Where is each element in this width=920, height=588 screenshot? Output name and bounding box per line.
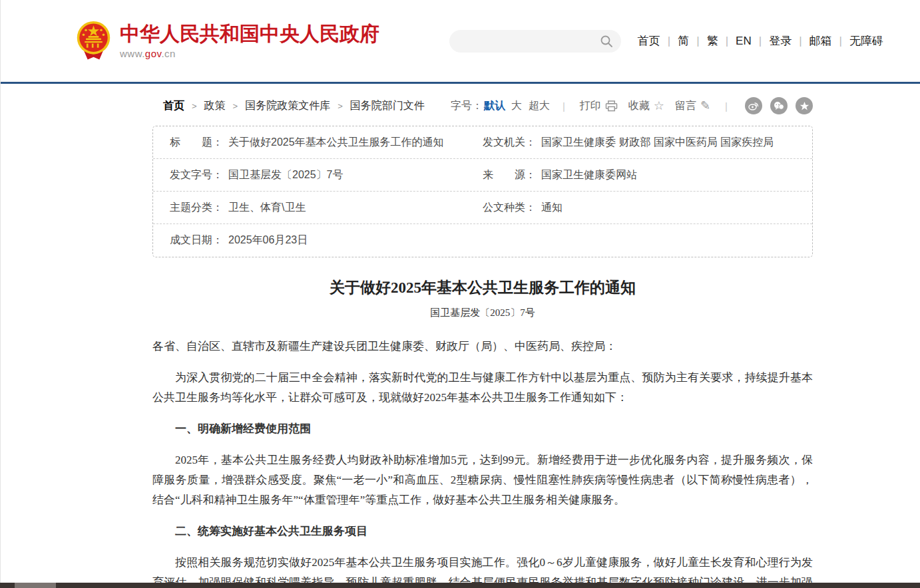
meta-label: 发文机关：: [483, 136, 536, 150]
search-box[interactable]: [449, 30, 621, 53]
pencil-icon: ✎: [700, 100, 710, 112]
article: 关于做好2025年基本公共卫生服务工作的通知 国卫基层发〔2025〕7号 各省、…: [152, 277, 813, 588]
meta-cell-right: 来 源：国家卫生健康委网站: [483, 168, 812, 182]
wechat-icon: [774, 101, 784, 110]
main-content: 首页>政策>国务院政策文件库>国务院部门文件 字号： 默认 大 超大 | 打印 …: [152, 96, 813, 588]
meta-value: 国家卫生健康委 财政部 国家中医药局 国家疾控局: [541, 136, 774, 150]
scrollbar-thumb[interactable]: [15, 583, 56, 588]
meta-row: 发文字号：国卫基层发〔2025〕7号来 源：国家卫生健康委网站: [153, 159, 812, 192]
meta-row: 主题分类：卫生、体育\卫生公文种类：通知: [153, 192, 812, 224]
favorite-label: 收藏: [628, 99, 650, 113]
meta-value: 关于做好2025年基本公共卫生服务工作的通知: [228, 136, 444, 150]
meta-value: 2025年06月23日: [228, 233, 308, 247]
article-paragraph: 为深入贯彻党的二十届三中全会精神，落实新时代党的卫生与健康工作方针中以基层为重点…: [152, 368, 813, 408]
breadcrumb-item-3[interactable]: 国务院部门文件: [350, 99, 425, 113]
site-url-cn: .cn: [161, 48, 176, 59]
breadcrumb-item-0[interactable]: 首页: [163, 99, 184, 113]
section-heading: 一、明确新增经费使用范围: [152, 419, 813, 439]
star-share-icon: [800, 101, 809, 111]
meta-value: 卫生、体育\卫生: [228, 201, 306, 215]
doc-number: 国卫基层发〔2025〕7号: [152, 307, 813, 319]
print-label: 打印: [580, 99, 601, 113]
breadcrumb-item-2[interactable]: 国务院政策文件库: [245, 99, 330, 113]
nav-item-2[interactable]: 繁: [700, 33, 726, 49]
site-logo[interactable]: 中华人民共和国中央人民政府 www.gov.cn: [76, 21, 379, 62]
breadcrumb-item-1[interactable]: 政策: [204, 99, 226, 113]
toolbar-divider: |: [563, 100, 565, 112]
nav-item-1[interactable]: 简: [670, 33, 696, 49]
meta-value: 国卫基层发〔2025〕7号: [228, 168, 344, 182]
meta-cell-right: 公文种类：通知: [483, 201, 812, 215]
section-heading: 二、统筹实施好基本公共卫生服务项目: [152, 521, 813, 541]
font-size-large-button[interactable]: 大: [511, 99, 522, 113]
meta-label: 主题分类：: [170, 201, 223, 215]
font-size-default-button[interactable]: 默认: [484, 99, 505, 113]
national-emblem-icon: [76, 21, 111, 62]
breadcrumb: 首页>政策>国务院政策文件库>国务院部门文件: [152, 99, 425, 113]
nav-item-0[interactable]: 首页: [630, 33, 668, 49]
breadcrumb-separator: >: [330, 101, 350, 111]
breadcrumb-separator: >: [226, 101, 246, 111]
share-more-button[interactable]: [796, 97, 813, 114]
site-header: 中华人民共和国中央人民政府 www.gov.cn 首页|简|繁|EN|登录|邮箱…: [1, 0, 920, 84]
meta-label: 标 题：: [170, 136, 223, 150]
article-title: 关于做好2025年基本公共卫生服务工作的通知: [152, 277, 813, 298]
meta-label: 发文字号：: [170, 168, 223, 182]
article-body: 各省、自治区、直辖市及新疆生产建设兵团卫生健康委、财政厅（局）、中医药局、疾控局…: [152, 337, 813, 588]
comment-label: 留言: [675, 99, 696, 113]
nav-item-6[interactable]: 无障碍: [842, 33, 891, 49]
share-buttons: [745, 97, 813, 114]
meta-cell-left: 主题分类：卫生、体育\卫生: [170, 201, 483, 215]
nav-item-5[interactable]: 邮箱: [802, 33, 839, 49]
star-icon: ☆: [654, 100, 664, 112]
site-title: 中华人民共和国中央人民政府: [120, 23, 379, 46]
print-button[interactable]: 打印: [580, 99, 618, 113]
share-wechat-button[interactable]: [770, 97, 788, 114]
breadcrumb-separator: >: [184, 101, 204, 111]
font-size-label: 字号：: [451, 99, 483, 113]
search-icon[interactable]: [600, 35, 613, 48]
meta-row: 标 题：关于做好2025年基本公共卫生服务工作的通知发文机关：国家卫生健康委 财…: [153, 126, 812, 159]
meta-cell-left: 标 题：关于做好2025年基本公共卫生服务工作的通知: [170, 136, 483, 150]
top-nav: 首页|简|繁|EN|登录|邮箱|无障碍: [630, 33, 891, 49]
favorite-button[interactable]: 收藏 ☆: [628, 99, 664, 113]
meta-value: 国家卫生健康委网站: [541, 168, 637, 182]
toolbar-divider: |: [725, 100, 728, 112]
comment-button[interactable]: 留言 ✎: [675, 99, 710, 113]
meta-cell-left: 成文日期：2025年06月23日: [170, 233, 483, 247]
meta-label: 成文日期：: [170, 233, 223, 247]
search-input[interactable]: [457, 35, 600, 47]
share-weibo-button[interactable]: [745, 97, 762, 114]
meta-value: 通知: [541, 201, 563, 215]
site-url-www: www.: [120, 48, 145, 59]
meta-row: 成文日期：2025年06月23日: [153, 224, 812, 257]
horizontal-scrollbar[interactable]: [0, 583, 920, 588]
site-url: www.gov.cn: [120, 48, 379, 59]
nav-item-4[interactable]: 登录: [762, 33, 799, 49]
font-size-xlarge-button[interactable]: 超大: [529, 99, 550, 113]
weibo-icon: [748, 101, 759, 110]
nav-item-3[interactable]: EN: [728, 35, 759, 48]
article-paragraph: 各省、自治区、直辖市及新疆生产建设兵团卫生健康委、财政厅（局）、中医药局、疾控局…: [152, 337, 813, 357]
article-paragraph: 2025年，基本公共卫生服务经费人均财政补助标准增加5元，达到99元。新增经费用…: [152, 450, 813, 510]
article-toolbar: 字号： 默认 大 超大 | 打印 收藏 ☆ 留言 ✎ |: [451, 97, 813, 114]
meta-cell-right: 发文机关：国家卫生健康委 财政部 国家中医药局 国家疾控局: [483, 136, 812, 150]
site-url-gov: gov: [145, 48, 162, 59]
meta-label: 公文种类：: [483, 201, 536, 215]
meta-cell-left: 发文字号：国卫基层发〔2025〕7号: [170, 168, 483, 182]
printer-icon: [605, 100, 618, 112]
meta-label: 来 源：: [483, 168, 536, 182]
document-meta-table: 标 题：关于做好2025年基本公共卫生服务工作的通知发文机关：国家卫生健康委 财…: [152, 126, 813, 257]
